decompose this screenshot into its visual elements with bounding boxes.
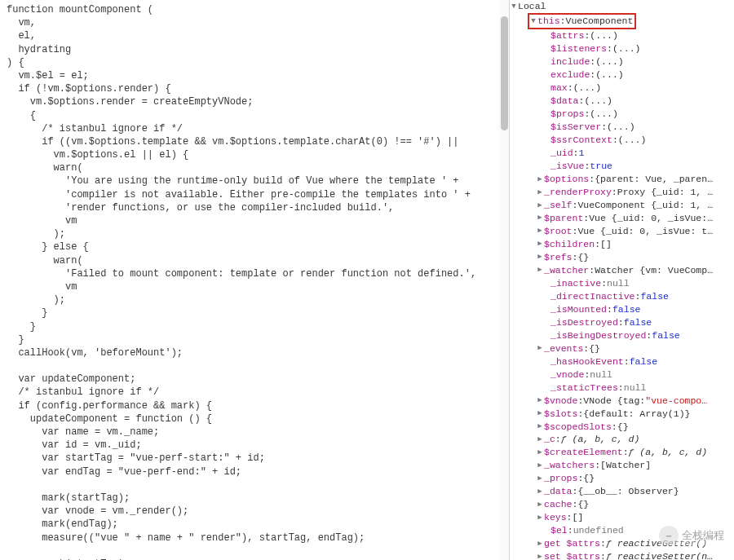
scope-row[interactable]: _isVue: true: [510, 160, 734, 173]
expand-arrow-icon[interactable]: ▶: [536, 408, 544, 419]
scope-row[interactable]: ▼this: VueComponent: [510, 13, 734, 29]
scope-local-header: Local: [518, 0, 546, 13]
expand-arrow-icon[interactable]: ▶: [536, 174, 544, 185]
scope-row[interactable]: ▶_watchers: [Watcher]: [510, 459, 734, 472]
expand-arrow-icon[interactable]: ▼: [510, 2, 518, 12]
scope-row[interactable]: ▶$root: Vue {_uid: 0, _isVue: t…: [510, 225, 734, 238]
scope-row[interactable]: $attrs: (...): [510, 29, 734, 42]
expand-arrow-icon[interactable]: ▶: [536, 539, 544, 549]
scope-row[interactable]: ▶_events: {}: [510, 342, 734, 355]
scope-row[interactable]: ▶_watcher: Watcher {vm: VueComp…: [510, 264, 734, 277]
expand-arrow-icon[interactable]: ▶: [536, 252, 544, 262]
source-code: function mountComponent ( vm, el, hydrat…: [0, 0, 509, 560]
expand-arrow-icon[interactable]: ▶: [536, 500, 544, 510]
scope-row[interactable]: $isServer: (...): [510, 121, 734, 134]
scope-row[interactable]: _isDestroyed: false: [510, 316, 734, 329]
expand-arrow-icon[interactable]: ▶: [536, 201, 544, 211]
scope-row[interactable]: ▶_c: ƒ (a, b, c, d): [510, 433, 734, 446]
scope-row[interactable]: _staticTrees: null: [510, 381, 734, 395]
watermark-icon: ⋯: [659, 526, 679, 545]
scope-row[interactable]: ▶$scopedSlots: {}: [510, 421, 734, 434]
scope-row[interactable]: $data: (...): [510, 95, 734, 108]
scope-row[interactable]: $listeners: (...): [510, 42, 734, 55]
scope-row[interactable]: ▶set $attrs: ƒ reactiveSetter(n…: [510, 550, 734, 560]
expand-arrow-icon[interactable]: ▶: [536, 474, 544, 484]
scope-row[interactable]: ▶$parent: Vue {_uid: 0, _isVue:…: [510, 212, 734, 225]
expand-arrow-icon[interactable]: ▶: [536, 513, 544, 523]
watermark-text: 全栈编程: [682, 528, 724, 543]
scope-row[interactable]: ▶_props: {}: [510, 472, 734, 485]
expand-arrow-icon[interactable]: ▶: [536, 239, 544, 249]
scope-row[interactable]: exclude: (...): [510, 68, 734, 82]
scope-row[interactable]: _directInactive: false: [510, 290, 734, 303]
scope-row[interactable]: ▶_data: {__ob__: Observer}: [510, 485, 734, 498]
scrollbar-track[interactable]: [499, 0, 509, 560]
scope-row[interactable]: _uid: 1: [510, 147, 734, 160]
expand-arrow-icon[interactable]: ▶: [536, 434, 544, 445]
expand-arrow-icon[interactable]: ▶: [536, 395, 544, 406]
scope-row[interactable]: ▶keys: []: [510, 511, 734, 524]
scope-row[interactable]: ▶_self: VueComponent {_uid: 1, …: [510, 199, 734, 212]
scope-row[interactable]: _vnode: null: [510, 368, 734, 381]
this-highlight: ▼this: VueComponent: [528, 13, 636, 29]
expand-arrow-icon[interactable]: ▶: [536, 487, 544, 497]
scope-row[interactable]: $ssrContext: (...): [510, 134, 734, 147]
scope-row[interactable]: _hasHookEvent: false: [510, 355, 734, 368]
scope-row[interactable]: max: (...): [510, 82, 734, 95]
scope-row[interactable]: ▶_renderProxy: Proxy {_uid: 1, …: [510, 186, 734, 199]
scope-row[interactable]: $props: (...): [510, 108, 734, 121]
source-code-panel[interactable]: function mountComponent ( vm, el, hydrat…: [0, 0, 509, 560]
expand-arrow-icon[interactable]: ▶: [536, 343, 544, 354]
expand-arrow-icon[interactable]: ▶: [536, 461, 544, 471]
expand-arrow-icon[interactable]: ▶: [536, 226, 544, 236]
expand-arrow-icon[interactable]: ▶: [536, 213, 544, 223]
scope-row[interactable]: ▶$options: {parent: Vue, _paren…: [510, 173, 734, 186]
expand-arrow-icon[interactable]: ▶: [536, 552, 544, 560]
scope-row[interactable]: include: (...): [510, 55, 734, 68]
expand-arrow-icon[interactable]: ▶: [536, 421, 544, 432]
scrollbar-thumb[interactable]: [501, 16, 508, 130]
expand-arrow-icon[interactable]: ▶: [536, 187, 544, 198]
scope-row[interactable]: ▶$refs: {}: [510, 251, 734, 264]
scope-row[interactable]: ▶$slots: {default: Array(1)}: [510, 408, 734, 421]
expand-arrow-icon[interactable]: ▶: [536, 448, 544, 458]
scope-row[interactable]: _isMounted: false: [510, 303, 734, 316]
watermark: ⋯ 全栈编程: [659, 526, 724, 545]
scope-row[interactable]: ▶$createElement: ƒ (a, b, c, d): [510, 446, 734, 459]
scope-row[interactable]: ▶cache: {}: [510, 498, 734, 511]
scope-row[interactable]: _inactive: null: [510, 277, 734, 290]
scope-variables-panel[interactable]: ▼Local▼this: VueComponent$attrs: (...)$l…: [509, 0, 734, 560]
scope-row[interactable]: ▶$children: []: [510, 238, 734, 251]
expand-arrow-icon[interactable]: ▶: [536, 265, 544, 276]
scope-row[interactable]: ▼Local: [510, 0, 734, 13]
scope-row[interactable]: _isBeingDestroyed: false: [510, 329, 734, 342]
scope-row[interactable]: ▶$vnode: VNode {tag: "vue-compo…: [510, 395, 734, 408]
